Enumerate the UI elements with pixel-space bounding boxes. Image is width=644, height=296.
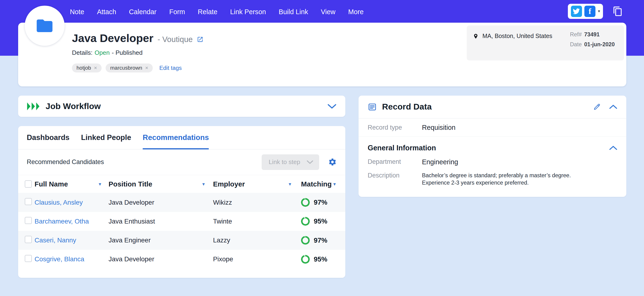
date-value: 01-jun-2020 <box>584 41 615 48</box>
select-all-checkbox[interactable] <box>25 180 32 187</box>
job-info-box: MA, Boston, United States Ref# 73491 Dat… <box>467 26 624 60</box>
candidate-row: Clausius, Ansley Java Developer Wikizz 9… <box>18 193 346 212</box>
published-label: - Published <box>112 49 142 56</box>
remove-tag-icon[interactable]: × <box>94 65 97 71</box>
nav-item-attach[interactable]: Attach <box>97 8 116 16</box>
candidate-position: Java Engineer <box>109 236 213 244</box>
row-checkbox[interactable] <box>25 217 32 224</box>
recommendations-card: Dashboards Linked People Recommendations… <box>18 126 346 278</box>
remove-tag-icon[interactable]: × <box>145 65 148 71</box>
folder-icon <box>35 16 54 35</box>
tab-bar: Dashboards Linked People Recommendations <box>18 126 346 150</box>
department-label: Department <box>368 158 422 166</box>
column-employer[interactable]: Employer <box>213 180 245 188</box>
tab-linked-people[interactable]: Linked People <box>81 126 131 149</box>
tab-dashboards[interactable]: Dashboards <box>27 126 69 149</box>
candidate-position: Java Enthusiast <box>109 218 213 225</box>
general-information-section: General Information <box>358 137 626 155</box>
nav-item-form[interactable]: Form <box>169 8 185 16</box>
record-data-icon <box>368 102 377 111</box>
sort-caret-icon[interactable]: ▾ <box>202 181 205 187</box>
table-header-row: Full Name▾ Position Title▾ Employer▾ Mat… <box>18 175 346 193</box>
record-type-value: Requisition <box>422 124 456 131</box>
column-full-name[interactable]: Full Name <box>35 180 68 188</box>
nav-item-note[interactable]: Note <box>70 8 84 16</box>
duplicate-record-icon[interactable] <box>613 6 623 17</box>
status-badge: Open <box>94 49 110 56</box>
settings-gear-icon[interactable] <box>328 158 337 167</box>
sort-caret-icon[interactable]: ▾ <box>99 181 101 187</box>
nav-item-calendar[interactable]: Calendar <box>129 8 156 16</box>
description-value: Bachelor’s degree is standard; preferabl… <box>422 172 599 187</box>
edit-record-icon[interactable] <box>593 103 601 111</box>
nav-item-link-person[interactable]: Link Person <box>230 8 266 16</box>
job-header-card: Java Developer - Voutique Details: Open … <box>18 23 626 86</box>
record-data-card: Record Data Record type Requisition Gene… <box>358 96 626 197</box>
column-position-title[interactable]: Position Title <box>109 180 152 188</box>
page: Note Attach Calendar Form Relate Link Pe… <box>0 0 644 296</box>
description-label: Description <box>368 172 422 179</box>
ref-value: 73491 <box>584 31 600 38</box>
description-row: Description Bachelor’s degree is standar… <box>358 169 626 189</box>
match-percent: 95% <box>314 217 328 225</box>
record-collapse-icon[interactable] <box>609 105 617 109</box>
top-menu: Note Attach Calendar Form Relate Link Pe… <box>70 0 364 24</box>
match-progress-ring <box>301 217 310 226</box>
match-percent: 97% <box>314 236 328 244</box>
link-to-step-button[interactable]: Link to step <box>262 154 319 170</box>
candidate-employer: Lazzy <box>213 236 301 244</box>
sort-caret-icon[interactable]: ▾ <box>289 181 291 187</box>
candidate-employer: Wikizz <box>213 199 301 206</box>
tag-marcusbrown: marcusbrown × <box>106 64 153 72</box>
candidate-name-link[interactable]: Barchameev, Otha <box>35 218 89 225</box>
record-data-title: Record Data <box>382 102 432 112</box>
edit-tags-link[interactable]: Edit tags <box>159 65 182 71</box>
workflow-title: Job Workflow <box>46 101 101 111</box>
match-progress-ring <box>301 255 310 264</box>
row-checkbox[interactable] <box>25 255 32 262</box>
sort-caret-icon[interactable]: ▾ <box>333 181 336 187</box>
external-link-icon[interactable] <box>197 36 204 44</box>
social-share-group: f ▾ <box>568 4 603 19</box>
workflow-expand-icon[interactable] <box>328 104 336 109</box>
column-matching[interactable]: Matching <box>301 180 332 188</box>
chevron-down-icon <box>307 160 313 164</box>
candidate-employer: Pixope <box>213 255 301 263</box>
nav-item-relate[interactable]: Relate <box>198 8 217 16</box>
candidate-row: Barchameev, Otha Java Enthusiast Twinte … <box>18 212 346 231</box>
general-information-collapse-icon[interactable] <box>609 146 617 150</box>
row-checkbox[interactable] <box>25 236 32 243</box>
candidate-position: Java Developer <box>109 255 213 263</box>
candidate-name-link[interactable]: Clausius, Ansley <box>35 199 83 206</box>
general-information-title: General Information <box>368 144 436 152</box>
job-avatar <box>25 6 64 46</box>
department-value: Engineering <box>422 158 458 166</box>
tab-recommendations[interactable]: Recommendations <box>142 126 209 149</box>
link-to-step-label: Link to step <box>269 158 300 166</box>
record-type-row: Record type Requisition <box>358 118 626 137</box>
candidate-employer: Twinte <box>213 218 301 225</box>
date-label: Date <box>570 41 582 48</box>
topbar-actions: f ▾ <box>568 4 623 19</box>
location-pin-icon <box>473 33 478 40</box>
details-label: Details: <box>72 49 92 56</box>
page-title: Java Developer <box>72 33 154 44</box>
candidate-row: Cosgrive, Blanca Java Developer Pixope 9… <box>18 250 346 269</box>
candidate-name-link[interactable]: Cosgrive, Blanca <box>35 255 84 263</box>
candidate-row: Caseri, Nanny Java Engineer Lazzy 97% <box>18 231 346 250</box>
ref-label: Ref# <box>570 31 582 38</box>
company-name-link[interactable]: - Voutique <box>158 35 192 44</box>
nav-item-view[interactable]: View <box>321 8 336 16</box>
candidate-name-link[interactable]: Caseri, Nanny <box>35 236 76 244</box>
recommended-candidates-label: Recommended Candidates <box>27 158 104 166</box>
tag-hotjob: hotjob × <box>72 64 102 72</box>
nav-item-build-link[interactable]: Build Link <box>279 8 308 16</box>
facebook-icon[interactable]: f <box>584 6 596 17</box>
nav-item-more[interactable]: More <box>348 8 364 16</box>
twitter-icon[interactable] <box>571 6 582 17</box>
share-dropdown-caret-icon[interactable]: ▾ <box>598 9 600 14</box>
candidates-table: Full Name▾ Position Title▾ Employer▾ Mat… <box>18 175 346 269</box>
recommendations-toolbar: Recommended Candidates Link to step <box>18 150 346 175</box>
tag-label: hotjob <box>76 65 91 71</box>
row-checkbox[interactable] <box>25 198 32 205</box>
